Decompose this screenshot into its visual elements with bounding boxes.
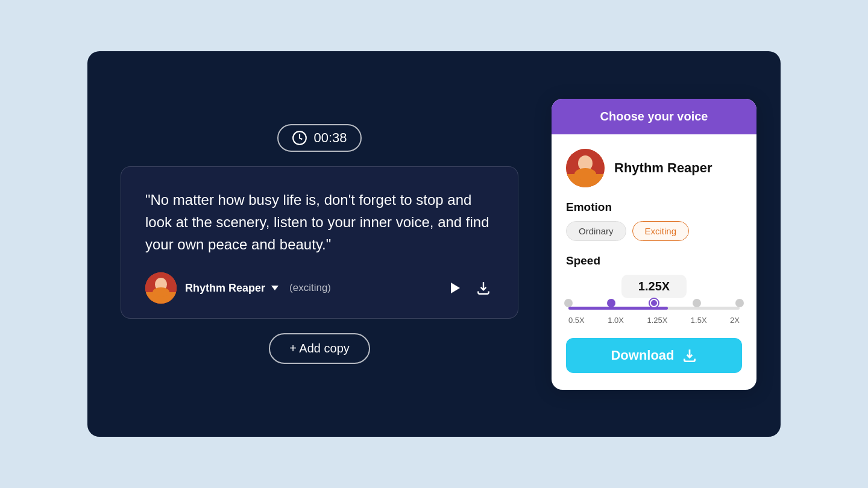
quote-text: "No matter how busy life is, don't forge…	[145, 189, 494, 256]
voice-row: Rhythm Reaper (exciting)	[145, 272, 494, 304]
voice-avatar	[145, 272, 177, 304]
left-panel: 00:38 "No matter how busy life is, don't…	[112, 124, 552, 364]
panel-avatar-image	[566, 149, 605, 187]
slider-dot-4	[735, 299, 744, 307]
main-container: 00:38 "No matter how busy life is, don't…	[87, 51, 781, 437]
download-button-icon	[682, 348, 697, 363]
panel-body: Rhythm Reaper Emotion Ordinary Exciting …	[552, 134, 756, 390]
voice-name-label: Rhythm Reaper	[185, 282, 265, 295]
download-label: Download	[611, 348, 674, 363]
add-copy-label: + Add copy	[289, 342, 350, 355]
speed-label-0: 0.5X	[568, 316, 585, 325]
speed-label-4: 2X	[730, 316, 740, 325]
emotion-ordinary-chip[interactable]: Ordinary	[566, 221, 626, 241]
add-copy-button[interactable]: + Add copy	[269, 333, 370, 364]
panel-voice-name: Rhythm Reaper	[614, 160, 712, 176]
emotion-ordinary-label: Ordinary	[579, 226, 614, 236]
speed-labels: 0.5X 1.0X 1.25X 1.5X 2X	[568, 316, 740, 325]
emotion-row: Ordinary Exciting	[566, 221, 742, 241]
voice-emotion-label: (exciting)	[289, 282, 331, 294]
voice-actions	[448, 278, 494, 298]
timer-badge: 00:38	[277, 124, 361, 152]
slider-dot-0	[564, 299, 573, 307]
speed-label-3: 1.5X	[691, 316, 707, 325]
svg-point-4	[153, 287, 169, 297]
chevron-down-icon	[271, 286, 278, 290]
speed-display: 1.25X	[566, 275, 742, 298]
play-button[interactable]	[448, 280, 462, 296]
speed-badge: 1.25X	[621, 275, 687, 298]
download-button[interactable]: Download	[566, 338, 742, 373]
emotion-section: Emotion Ordinary Exciting	[566, 201, 742, 241]
slider-handle	[650, 299, 658, 307]
download-inline-button[interactable]	[473, 278, 494, 298]
quote-card: "No matter how busy life is, don't forge…	[121, 166, 518, 319]
panel-voice-selector-row: Rhythm Reaper	[566, 149, 742, 187]
speed-label-1: 1.0X	[608, 316, 624, 325]
clock-icon	[292, 130, 307, 146]
slider-dot-3	[693, 299, 701, 307]
slider-dot-1	[607, 299, 615, 307]
speed-section: Speed 1.25X	[566, 254, 742, 325]
emotion-exciting-chip[interactable]: Exciting	[632, 221, 690, 241]
download-inline-icon	[476, 280, 491, 296]
right-panel: Choose your voice Rhythm Reaper Emotion	[552, 99, 756, 390]
avatar-image	[145, 272, 177, 304]
speed-label-2: 1.25X	[647, 316, 667, 325]
svg-point-8	[574, 168, 596, 180]
panel-header: Choose your voice	[552, 99, 756, 134]
timer-display: 00:38	[313, 130, 347, 146]
emotion-exciting-label: Exciting	[645, 226, 677, 236]
emotion-section-label: Emotion	[566, 201, 742, 214]
speed-section-label: Speed	[566, 254, 742, 267]
speed-slider[interactable]: 0.5X 1.0X 1.25X 1.5X 2X	[566, 307, 742, 325]
panel-header-title: Choose your voice	[600, 110, 708, 124]
panel-voice-avatar	[566, 149, 605, 187]
slider-track	[568, 307, 740, 310]
play-icon	[451, 283, 460, 293]
voice-name-selector[interactable]: Rhythm Reaper	[185, 282, 278, 295]
